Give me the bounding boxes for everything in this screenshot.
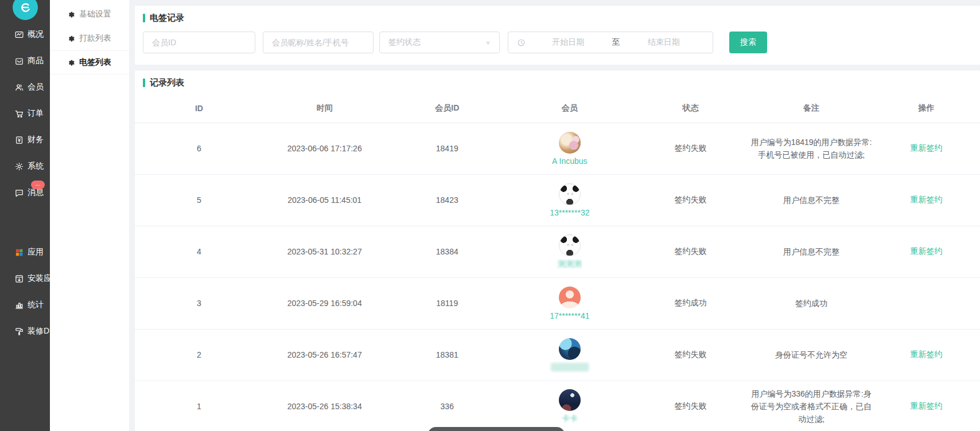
cell-actions: 重新签约 [873,381,980,431]
member-cell [508,338,631,371]
member-name-link[interactable] [551,363,589,371]
member-id-input[interactable] [152,38,246,47]
submenu-item-label: 基础设置 [79,9,111,19]
finance-icon [14,135,24,145]
sidebar-item-label: 商品 [28,56,44,66]
member-name-link[interactable]: 13*******32 [550,208,589,217]
cell-id: 6 [135,123,263,174]
table-row: 6 2023-06-06 17:17:26 18419 A Incubus 签约… [135,123,980,174]
avatar [559,287,581,308]
sidebar-item-statistics[interactable]: 统计 [0,292,50,318]
member-cell: 测测测 [508,234,631,269]
sidebar-divider-gap [0,206,50,239]
date-range-picker[interactable]: 开始日期 至 结束日期 [508,32,713,53]
table-header-row: ID时间会员ID会员状态备注操作 [135,94,980,123]
sidebar-item-orders[interactable]: 订单 [0,100,50,127]
primary-sidebar: 概况 商品 会员 订单 财务 系统 消息 ... 应 [0,0,50,431]
cell-id: 3 [135,277,263,329]
app-logo[interactable] [13,0,38,20]
records-card: 记录列表 ID时间会员ID会员状态备注操作 6 2023-06-06 17:17… [135,70,980,431]
cell-id: 5 [135,174,263,226]
member-name-link[interactable]: 17*******41 [550,311,589,320]
column-header: 会员 [508,94,631,123]
avatar [559,132,581,154]
sidebar-item-decoration-diy[interactable]: 装修DIY [0,318,50,344]
cell-remark: 签约成功 [750,277,873,329]
overview-icon [14,30,24,40]
sidebar-item-apps[interactable]: 应用 [0,239,50,265]
remark-text: 用户编号为336的用户数据异常:身份证号为空或者格式不正确，已自动过滤; [750,387,873,425]
sidebar-item-label: 应用 [28,247,44,257]
sidebar-item-install-apps[interactable]: 安装应用 [0,265,50,292]
remark-text: 身份证号不允许为空 [750,348,873,361]
cell-actions: 重新签约 [873,329,980,381]
message-count-badge: ... [31,181,45,189]
member-cell: 13*******32 [508,183,631,217]
filter-card: 电签记录 签约状态 ∨ 开始日期 至 [135,6,980,65]
member-name-link[interactable]: 卡卡 [562,414,578,424]
records-table: ID时间会员ID会员状态备注操作 6 2023-06-06 17:17:26 1… [135,94,980,431]
table-row: 1 2023-05-26 15:38:34 336 卡卡 签约失败 用户编号为3… [135,381,980,431]
column-header: ID [135,94,263,123]
gear-icon [67,35,75,42]
cell-time: 2023-06-06 17:17:26 [263,123,386,174]
member-info-input[interactable] [272,38,364,47]
stats-icon [14,300,24,310]
column-header: 状态 [631,94,750,123]
bottom-floating-bar [427,427,565,431]
member-id-field-wrap [143,32,255,53]
records-section-title: 记录列表 [135,77,980,88]
cell-remark: 用户编号为336的用户数据异常:身份证号为空或者格式不正确，已自动过滤; [750,381,873,431]
submenu-item-basic-settings[interactable]: 基础设置 [50,2,129,26]
sidebar-item-members[interactable]: 会员 [0,74,50,100]
sidebar-item-messages[interactable]: 消息 ... [0,179,50,206]
sidebar-item-goods[interactable]: 商品 [0,48,50,74]
cell-member-id: 18423 [386,174,508,226]
cell-time: 2023-05-26 15:38:34 [263,381,386,431]
sidebar-item-overview[interactable]: 概况 [0,21,50,48]
resign-link[interactable]: 重新签约 [910,195,942,204]
remark-text: 用户信息不完整 [750,194,873,206]
gear-icon [67,11,75,18]
resign-link[interactable]: 重新签约 [910,246,942,256]
submenu-item-payment-list[interactable]: 打款列表 [50,26,129,50]
sidebar-item-system[interactable]: 系统 [0,153,50,179]
column-header: 备注 [750,94,873,123]
cell-member-id: 18384 [386,226,508,277]
submenu-item-label: 电签列表 [79,57,111,68]
sidebar-item-label: 装修DIY [28,326,50,336]
column-header: 操作 [873,94,980,123]
cell-id: 1 [135,381,263,431]
cell-remark: 用户编号为18419的用户数据异常: 手机号已被使用，已自动过滤; [750,123,873,174]
resign-link[interactable]: 重新签约 [910,350,942,359]
apps-icon [14,248,24,257]
avatar [559,338,581,360]
remark-text: 用户编号为18419的用户数据异常: 手机号已被使用，已自动过滤; [750,136,873,161]
cell-remark: 用户信息不完整 [750,226,873,277]
remark-text: 用户信息不完整 [750,245,873,258]
sidebar-item-finance[interactable]: 财务 [0,127,50,153]
paint-roller-icon [14,327,24,336]
cell-status: 签约失败 [631,329,750,381]
resign-link[interactable]: 重新签约 [910,143,942,152]
search-button[interactable]: 搜索 [729,32,767,53]
cell-remark: 身份证号不允许为空 [750,329,873,381]
resign-link[interactable]: 重新签约 [910,401,942,410]
start-date-placeholder: 开始日期 [528,37,609,48]
sign-status-select[interactable]: 签约状态 ∨ [379,32,500,53]
sidebar-item-label: 财务 [28,135,44,145]
secondary-sidebar: 基础设置 打款列表 电签列表 [50,0,129,431]
member-name-link[interactable]: A Incubus [552,156,588,166]
table-row: 3 2023-05-29 16:59:04 18119 17*******41 … [135,277,980,329]
title-accent-bar [143,79,145,87]
message-icon [14,188,24,198]
remark-text: 签约成功 [750,297,873,309]
cell-member-id: 336 [386,381,508,431]
submenu-item-esign-list[interactable]: 电签列表 [50,50,129,75]
avatar [559,234,581,256]
cell-time: 2023-05-29 16:59:04 [263,277,386,329]
table-row: 5 2023-06-05 11:45:01 18423 13*******32 … [135,174,980,226]
member-name-link[interactable]: 测测测 [558,259,582,269]
member-info-field-wrap [263,32,374,53]
gear-icon [67,59,75,66]
